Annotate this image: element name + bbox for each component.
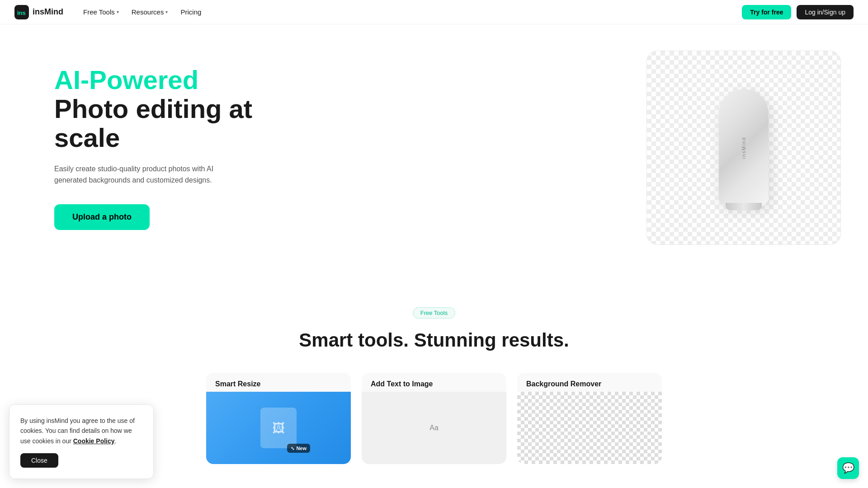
hero-description: Easily create studio-quality product pho… xyxy=(54,163,244,186)
tool-bg-remove-preview xyxy=(517,392,662,464)
hero-title-main: Photo editing at scale xyxy=(54,94,280,152)
section2-title: Smart tools. Stunning results. xyxy=(27,329,841,351)
logo-icon: ins xyxy=(14,5,29,19)
login-signup-button[interactable]: Log in/Sign up xyxy=(797,5,854,19)
tool-add-text-label: Add Text to Image xyxy=(362,373,506,392)
navbar: ins insMind Free Tools ▾ Resources ▾ Pri… xyxy=(0,0,868,24)
cookie-text: By using insMind you agree to the use of… xyxy=(20,416,142,446)
upload-photo-button[interactable]: Upload a photo xyxy=(54,204,150,230)
hero-section: AI-Powered Photo editing at scale Easily… xyxy=(0,0,868,271)
chevron-down-icon: ▾ xyxy=(165,9,168,14)
tool-card-bg-remove[interactable]: Background Remover xyxy=(517,373,662,464)
try-for-free-button[interactable]: Try for free xyxy=(742,5,791,19)
svg-text:ins: ins xyxy=(17,9,26,16)
free-tools-badge: Free Tools xyxy=(413,307,455,319)
tool-card-add-text[interactable]: Add Text to Image Aa xyxy=(362,373,506,464)
product-image-container: insMind xyxy=(647,51,840,244)
nav-pricing[interactable]: Pricing xyxy=(175,5,207,19)
nav-right: Try for free Log in/Sign up xyxy=(742,5,854,19)
hero-image-panel: insMind xyxy=(646,51,841,245)
tool-add-text-preview: Aa xyxy=(362,392,506,464)
resize-card-inner: 🖼 ⤡ New xyxy=(206,392,351,464)
cookie-banner: By using insMind you agree to the use of… xyxy=(9,404,154,479)
tool-smart-resize-label: Smart Resize xyxy=(206,373,351,392)
text-preview-sample: Aa xyxy=(429,424,439,432)
hero-title: AI-Powered Photo editing at scale xyxy=(54,66,280,152)
resize-photo-placeholder: 🖼 ⤡ New xyxy=(260,408,297,448)
resize-badge: ⤡ New xyxy=(287,444,310,453)
chevron-down-icon: ▾ xyxy=(117,9,119,14)
logo-text: insMind xyxy=(33,7,63,17)
chat-button[interactable]: 💬 xyxy=(837,457,859,479)
nav-left: ins insMind Free Tools ▾ Resources ▾ Pri… xyxy=(14,5,207,19)
logo[interactable]: ins insMind xyxy=(14,5,63,19)
tool-smart-resize-preview: 🖼 ⤡ New xyxy=(206,392,351,464)
cookie-close-button[interactable]: Close xyxy=(20,453,58,468)
cookie-policy-link[interactable]: Cookie Policy xyxy=(73,437,115,445)
hero-content: AI-Powered Photo editing at scale Easily… xyxy=(54,66,280,230)
text-preview-inner: Aa xyxy=(362,392,506,464)
image-icon: 🖼 xyxy=(272,421,285,436)
hero-title-accent: AI-Powered xyxy=(54,66,280,94)
tool-card-smart-resize[interactable]: Smart Resize 🖼 ⤡ New xyxy=(206,373,351,464)
tool-bg-remove-label: Background Remover xyxy=(517,373,662,392)
product-tube: insMind xyxy=(719,89,769,206)
expand-icon: ⤡ xyxy=(291,446,294,451)
tube-label: insMind xyxy=(741,137,746,159)
nav-links: Free Tools ▾ Resources ▾ Pricing xyxy=(78,5,207,19)
nav-resources[interactable]: Resources ▾ xyxy=(126,5,174,19)
chat-icon: 💬 xyxy=(842,462,854,474)
nav-free-tools[interactable]: Free Tools ▾ xyxy=(78,5,124,19)
